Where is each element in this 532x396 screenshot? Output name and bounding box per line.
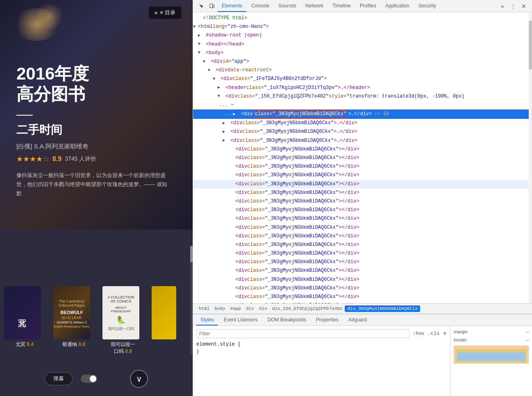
elements-area: <!DOCTYPE html> <html lang="zh-cmn-Hans"…: [193, 12, 532, 303]
tree-line[interactable]: <body>: [193, 49, 529, 57]
tab-sources[interactable]: Sources: [274, 0, 300, 12]
breadcrumb-item[interactable]: div: [257, 305, 270, 312]
tree-line[interactable]: <div class="_3N3gMyojNGbkmBiDAQ6Ckx"></d…: [193, 232, 529, 241]
breadcrumb-item-active[interactable]: div_3N3gMyojNGbkmBiDAQ6Clx: [345, 305, 420, 312]
tree-line[interactable]: <div class="_3N3gMyojNGbkmBiDAQ6Ckx"></d…: [193, 301, 529, 303]
tree-line[interactable]: <div class="_3N3gMyojNGbkmBiDAQ6Ckx"></d…: [193, 162, 529, 171]
tree-line[interactable]: #shadow-root (open): [193, 31, 529, 40]
book-number: 07: [3, 286, 12, 287]
list-item[interactable]: 09 A COLLECTION OF COMICS ABOUTFRIENDSHI…: [98, 286, 148, 355]
tree-line[interactable]: <div class="_3N3gMyojNGbkmBiDAQ6Ckx"></d…: [193, 180, 529, 189]
tab-profiles[interactable]: Profiles: [356, 0, 380, 12]
tab-elements[interactable]: Elements: [218, 0, 246, 12]
book-cover: 北冥: [4, 286, 41, 339]
device-mode-button[interactable]: [207, 1, 217, 11]
styles-left: :hov .cls + element.style { }: [193, 326, 450, 396]
tab-security[interactable]: Security: [414, 0, 440, 12]
tree-line[interactable]: <!DOCTYPE html>: [193, 14, 529, 23]
border-label: border: [454, 337, 467, 342]
more-tabs-button[interactable]: »: [498, 1, 507, 11]
tree-line[interactable]: <div class="_3N3gMyojNGbkmBiDAQ6Ckx"></d…: [193, 223, 529, 232]
tree-line[interactable]: <div class="_3N3gMyojNGbkmBiDAQ6Ckx"></d…: [193, 293, 529, 301]
scroll-thumb[interactable]: [190, 246, 193, 262]
tree-line[interactable]: <div class="_3N3gMyojNGbkmBiDAQ6Ckx" >…<…: [193, 119, 529, 127]
tab-console[interactable]: Console: [247, 0, 273, 12]
tree-line[interactable]: <header class="_1uX7KgipoHC2jD3iYTq3pv" …: [193, 84, 529, 92]
list-item[interactable]: 07 北冥 北冥 8.4: [0, 286, 49, 355]
tree-line[interactable]: <html lang="zh-cmn-Hans" >: [193, 23, 529, 31]
tree-line[interactable]: <div class="_3N3gMyojNGbkmBiDAQ6Ckx"></d…: [193, 284, 529, 293]
breadcrumb-item[interactable]: div: [243, 305, 257, 312]
tab-timeline[interactable]: Timeline: [328, 0, 355, 12]
tree-line[interactable]: <div class="_3N3gMyojNGbkmBiDAQ6Ckx"></d…: [193, 241, 529, 249]
tree-line[interactable]: <div class="_3N3gMyojNGbkmBiDAQ6Ckx"></d…: [193, 275, 529, 284]
filter-cls[interactable]: .cls: [428, 331, 440, 337]
scrollbar[interactable]: [190, 246, 193, 355]
styles-tab-adguard[interactable]: Adguard: [344, 315, 371, 325]
styles-tab-event-listeners[interactable]: Event Listeners: [220, 315, 262, 325]
tree-line[interactable]: <div id="app" >: [193, 57, 529, 66]
tree-line[interactable]: <div class="_3N3gMyojNGbkmBiDAQ6Ckx"></d…: [193, 197, 529, 206]
tree-line[interactable]: <div class="_3N3gMyojNGbkmBiDAQ6Ckx"></d…: [193, 258, 529, 266]
toc-button[interactable]: ≡ ≡ 目录: [149, 7, 181, 19]
tree-line[interactable]: ... ✂: [193, 101, 529, 109]
book-author: [白俄] S.A.阿列克谢耶维奇: [16, 143, 172, 150]
cursor-icon-button[interactable]: [196, 1, 206, 11]
tab-application[interactable]: Application: [381, 0, 414, 12]
tree-line[interactable]: <div class="_3N3gMyojNGbkmBiDAQ6Ckx"></d…: [193, 206, 529, 214]
elements-scrollbar[interactable]: [529, 12, 532, 303]
tree-line-selected[interactable]: ... <div class="_3N3gMyojNGbkmBiDAQ6Ckx"…: [193, 109, 529, 119]
breadcrumb-item[interactable]: html: [196, 305, 212, 312]
tree-line[interactable]: <div class="_3N3gMyojNGbkmBiDAQ6Ckx"></d…: [193, 249, 529, 258]
styles-panel: Styles Event Listeners DOM Breakpoints P…: [193, 314, 532, 396]
danmu-toggle[interactable]: [81, 375, 97, 383]
tree-line[interactable]: <div class="_3N3gMyojNGbkmBiDAQ6Ckx" >…<…: [193, 137, 529, 145]
arrow-down-button[interactable]: ∨: [130, 370, 148, 388]
star-icons: ★★★★☆: [16, 155, 49, 164]
elements-panel[interactable]: <!DOCTYPE html> <html lang="zh-cmn-Hans"…: [193, 12, 529, 303]
tree-line[interactable]: <div class="_3N3gMyojNGbkmBiDAQ6Ckx"></d…: [193, 214, 529, 223]
margin-dash: –: [526, 329, 529, 334]
styles-tab-properties[interactable]: Properties: [312, 315, 343, 325]
book-cover: The Canterbury Unbound Pages BEOWULF Ki∩…: [53, 286, 90, 339]
filter-input[interactable]: [196, 329, 409, 338]
divider: [16, 115, 33, 116]
styles-tab-styles[interactable]: Styles: [196, 315, 218, 325]
tree-line[interactable]: <div class="_3N3gMyojNGbkmBiDAQ6Ckx"></d…: [193, 154, 529, 162]
book-description: 像抖落灰尘一般抖落一个旧世界，以为会迎来一个崭新的理想盛世，他们仍旧于杀戮与绝望…: [16, 171, 172, 198]
breadcrumb-item[interactable]: #app: [228, 305, 243, 312]
bottom-books-list: 07 北冥 北冥 8.4 08 The Canterbury Unbound P…: [0, 286, 193, 355]
highlighted-class: class="_3N3gMyojNGbkmBiDAQ6Ckx": [254, 110, 348, 118]
tree-line[interactable]: <div class="_3N3gMyojNGbkmBiDAQ6Ckx"></d…: [193, 266, 529, 275]
book-cover: A COLLECTION OF COMICS ABOUTFRIENDSHIP 🦜…: [102, 286, 139, 339]
filter-plus-button[interactable]: +: [443, 330, 447, 337]
close-button[interactable]: ✕: [519, 1, 529, 11]
tree-line[interactable]: <div class="_3N3gMyojNGbkmBiDAQ6Ckx"></d…: [193, 145, 529, 154]
list-item[interactable]: 08 The Canterbury Unbound Pages BEOWULF …: [49, 286, 98, 355]
filter-hov[interactable]: :hov: [413, 331, 425, 337]
ellipsis-indicator: ...: [223, 110, 232, 118]
tree-line[interactable]: <div class="_3N3gMyojNGbkmBiDAQ6Ckx"></d…: [193, 189, 529, 197]
tree-line[interactable]: <div class="_156_EfdCpjglQZFPb7o402" sty…: [193, 92, 529, 101]
tree-line[interactable]: <div class="_1FeTDAJSy4B0n2YdDforJd" >: [193, 75, 529, 83]
styles-tab-dom-breakpoints[interactable]: DOM Breakpoints: [263, 315, 310, 325]
rating-value: 8.9: [52, 155, 61, 163]
bottom-controls: 弹幕 ∨: [0, 370, 193, 388]
devtools-toolbar: Elements Console Sources Network Timelin…: [193, 0, 532, 12]
tree-line[interactable]: <div data-reactroot >: [193, 66, 529, 75]
scrollbar-thumb[interactable]: [529, 20, 532, 70]
list-item[interactable]: 10: [148, 286, 184, 355]
customize-button[interactable]: ⋮: [508, 1, 518, 11]
styles-right: margin – border –: [450, 326, 532, 396]
breadcrumb-item[interactable]: body: [212, 305, 227, 312]
tree-line[interactable]: <head></head>: [193, 40, 529, 49]
svg-rect-1: [211, 8, 212, 8]
margin-box: [454, 346, 528, 363]
border-box: [456, 349, 527, 362]
tab-network[interactable]: Network: [301, 0, 327, 12]
breadcrumb-item[interactable]: div_156_EfdCpjglQZFPb7o402: [270, 305, 345, 312]
tree-line[interactable]: <div class="_3N3gMyojNGbkmBiDAQ6Ckx" >…<…: [193, 127, 529, 136]
danmu-button[interactable]: 弹幕: [45, 372, 73, 385]
margin-label: margin: [454, 329, 468, 334]
tree-line[interactable]: <div class="_3N3gMyojNGbkmBiDAQ6Ckx"></d…: [193, 171, 529, 180]
